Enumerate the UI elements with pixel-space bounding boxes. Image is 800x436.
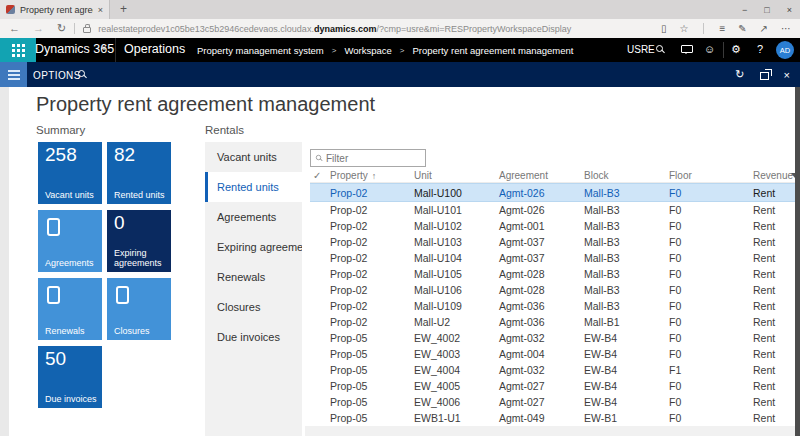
tab-agreements[interactable]: Agreements bbox=[205, 202, 302, 232]
table-row[interactable]: Prop-02Mall-U2Agmt-036Mall-B1F0Rent bbox=[310, 314, 795, 330]
chevron-down-icon[interactable]: ∨ bbox=[101, 43, 107, 52]
table-row[interactable]: Prop-02Mall-U103Agmt-037Mall-B3F0Rent bbox=[310, 234, 795, 250]
column-header-block[interactable]: Block bbox=[582, 170, 667, 181]
table-row[interactable]: Prop-05EW_4005Agmt-027EW-B4F0Rent bbox=[310, 378, 795, 394]
url-field[interactable]: realestateprodev1c05be13c5b2946cedevaos.… bbox=[98, 24, 661, 34]
tab-vacant-units[interactable]: Vacant units bbox=[205, 142, 302, 172]
table-row[interactable]: Prop-02Mall-U106Agmt-028Mall-B3F0Rent bbox=[310, 282, 795, 298]
cell-floor: F0 bbox=[667, 268, 745, 280]
action-search-icon[interactable] bbox=[78, 70, 85, 77]
header-check-icon[interactable]: ✓ bbox=[310, 170, 328, 181]
cell-block[interactable]: Mall-B3 bbox=[582, 187, 667, 199]
grid-header: ✓Property↑UnitAgreementBlockFloorRevenue… bbox=[310, 169, 795, 183]
workspace-content: Property rent agreement management Summa… bbox=[0, 87, 800, 436]
table-row[interactable]: Prop-02Mall-U102Agmt-001Mall-B3F0Rent bbox=[310, 218, 795, 234]
tab-due-invoices[interactable]: Due invoices bbox=[205, 322, 302, 352]
refresh-page-icon[interactable]: ↻ bbox=[735, 68, 744, 81]
tile-label: Rented units bbox=[114, 190, 168, 200]
app-launcher-button[interactable] bbox=[0, 38, 36, 62]
tab-expiring-agreements[interactable]: Expiring agreements bbox=[205, 232, 302, 262]
cell-agreement[interactable]: Agmt-026 bbox=[497, 187, 582, 199]
table-row[interactable]: Prop-05EWB1-U1Agmt-049EW-B1F0Rent bbox=[310, 410, 795, 426]
summary-tile-vacant-units[interactable]: 258Vacant units bbox=[38, 142, 102, 204]
cell-unit: Mall-U105 bbox=[412, 268, 497, 280]
back-icon[interactable]: ← bbox=[9, 22, 20, 35]
filter-input[interactable] bbox=[326, 151, 423, 165]
sort-ascending-icon: ↑ bbox=[372, 171, 377, 181]
window-close-icon[interactable]: × bbox=[787, 5, 792, 15]
cell-floor[interactable]: F0 bbox=[667, 187, 745, 199]
smiley-icon[interactable]: ☺ bbox=[704, 43, 715, 55]
summary-section-label: Summary bbox=[36, 124, 85, 136]
breadcrumb-area[interactable]: Workspace bbox=[344, 45, 391, 56]
breadcrumb-page[interactable]: Property rent agreement management bbox=[412, 45, 573, 56]
summary-tile-rented-units[interactable]: 82Rented units bbox=[107, 142, 171, 204]
forward-icon[interactable]: → bbox=[33, 22, 44, 35]
cell-revenue: Rent bbox=[745, 236, 795, 248]
cell-property[interactable]: Prop-02 bbox=[328, 187, 412, 199]
search-icon[interactable] bbox=[656, 45, 663, 52]
close-page-icon[interactable]: × bbox=[784, 69, 790, 81]
table-row[interactable]: Prop-05EW_4002Agmt-032EW-B4F0Rent bbox=[310, 330, 795, 346]
tab-renewals[interactable]: Renewals bbox=[205, 262, 302, 292]
tile-document-icon bbox=[116, 286, 129, 304]
window-minimize-icon[interactable]: − bbox=[742, 5, 747, 15]
summary-tile-expiring-agreements[interactable]: 0Expiring agreements bbox=[107, 210, 171, 272]
table-row[interactable]: Prop-05EW_4006Agmt-027EW-B4F0Rent bbox=[310, 394, 795, 410]
summary-tile-renewals[interactable]: Renewals bbox=[38, 278, 102, 340]
cell-block: EW-B4 bbox=[582, 396, 667, 408]
more-icon[interactable]: ⋯ bbox=[781, 23, 791, 34]
cell-unit: Mall-U102 bbox=[412, 220, 497, 232]
breadcrumb-module[interactable]: Property management system bbox=[197, 45, 324, 56]
open-in-new-window-icon[interactable] bbox=[760, 72, 769, 80]
cell-floor: F0 bbox=[667, 396, 745, 408]
browser-tab[interactable]: Property rent agreemer × bbox=[0, 0, 110, 19]
table-row[interactable]: Prop-02Mall-U109Agmt-036Mall-B3F0Rent bbox=[310, 298, 795, 314]
help-icon[interactable]: ? bbox=[757, 43, 763, 55]
company-picker[interactable]: USRE bbox=[627, 44, 655, 55]
divider bbox=[115, 38, 116, 62]
column-header-revenue-type[interactable]: Revenue type bbox=[745, 170, 795, 181]
tab-closures[interactable]: Closures bbox=[205, 292, 302, 322]
new-tab-icon[interactable]: + bbox=[120, 2, 127, 16]
table-row[interactable]: Prop-02Mall-U100Agmt-026Mall-B3F0Rent bbox=[310, 183, 795, 202]
breadcrumb: Property management system > Workspace >… bbox=[197, 45, 573, 56]
browser-address-bar: ← → ↻ realestateprodev1c05be13c5b2946ced… bbox=[0, 19, 800, 38]
cell-property: Prop-05 bbox=[328, 380, 412, 392]
refresh-icon[interactable]: ↻ bbox=[57, 22, 66, 35]
column-header-floor[interactable]: Floor bbox=[667, 170, 745, 181]
column-header-property[interactable]: Property↑ bbox=[328, 170, 412, 181]
summary-tile-closures[interactable]: Closures bbox=[107, 278, 171, 340]
tile-count: 82 bbox=[114, 144, 135, 166]
tab-rented-units[interactable]: Rented units bbox=[205, 172, 302, 202]
cell-property: Prop-05 bbox=[328, 396, 412, 408]
reading-mode-icon[interactable]: ▯ bbox=[661, 23, 667, 34]
app-name[interactable]: Operations bbox=[124, 42, 185, 56]
summary-tile-agreements[interactable]: Agreements bbox=[38, 210, 102, 272]
settings-gear-icon[interactable]: ⚙ bbox=[731, 43, 741, 56]
table-row[interactable]: Prop-02Mall-U105Agmt-028Mall-B3F0Rent bbox=[310, 266, 795, 282]
window-maximize-icon[interactable]: □ bbox=[764, 5, 769, 15]
tile-label: Agreements bbox=[45, 258, 99, 268]
tab-close-icon[interactable]: × bbox=[98, 5, 103, 15]
column-header-agreement[interactable]: Agreement bbox=[497, 170, 582, 181]
tile-label: Closures bbox=[114, 326, 168, 336]
hub-icon[interactable]: ≡ bbox=[719, 23, 725, 34]
cell-floor: F0 bbox=[667, 316, 745, 328]
user-avatar[interactable]: AD bbox=[776, 41, 794, 59]
share-icon[interactable]: ↗ bbox=[760, 23, 768, 34]
table-row[interactable]: Prop-02Mall-U101Agmt-026Mall-B3F0Rent bbox=[310, 202, 795, 218]
favorites-star-icon[interactable]: ☆ bbox=[679, 23, 688, 34]
table-row[interactable]: Prop-05EW_4003Agmt-004EW-B4F0Rent bbox=[310, 346, 795, 362]
table-row[interactable]: Prop-02Mall-U104Agmt-037Mall-B3F0Rent bbox=[310, 250, 795, 266]
grid-footer bbox=[305, 426, 795, 436]
vertical-scrollbar[interactable] bbox=[795, 87, 800, 436]
options-menu[interactable]: OPTIONS bbox=[33, 70, 81, 81]
annotate-icon[interactable]: ✎ bbox=[738, 23, 746, 34]
summary-tile-due-invoices[interactable]: 50Due invoices bbox=[38, 346, 102, 408]
nav-menu-button[interactable] bbox=[0, 62, 27, 87]
column-header-unit[interactable]: Unit bbox=[412, 170, 497, 181]
cell-revenue: Rent bbox=[745, 300, 795, 312]
feedback-icon[interactable] bbox=[681, 45, 693, 53]
table-row[interactable]: Prop-05EW_4004Agmt-032EW-B4F1Rent bbox=[310, 362, 795, 378]
